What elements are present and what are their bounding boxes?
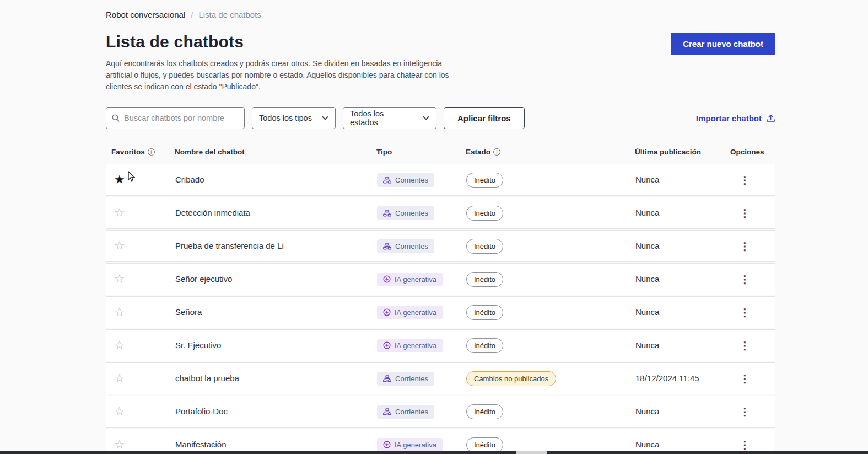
page-title: Lista de chatbots xyxy=(106,33,459,51)
row-options-kebab-button[interactable]: ⋮ xyxy=(734,271,756,288)
type-badge-label: IA generativa xyxy=(395,341,436,350)
breadcrumb-parent[interactable]: Robot conversacional xyxy=(106,10,185,19)
last-published: Nunca xyxy=(635,175,659,184)
type-badge-label: Corrientes xyxy=(395,209,428,217)
last-published-cell: Nunca xyxy=(635,340,731,350)
status-badge: Inédito xyxy=(466,305,503,320)
favorite-star-button[interactable]: ☆ xyxy=(112,206,127,220)
last-published-cell: Nunca xyxy=(635,274,731,284)
type-badge: Corrientes xyxy=(377,372,434,386)
status-badge: Inédito xyxy=(466,206,503,221)
favorite-star-button[interactable]: ☆ xyxy=(112,239,127,253)
type-badge: IA generativa xyxy=(377,306,443,319)
breadcrumb-separator: / xyxy=(191,10,193,19)
last-published-cell: Nunca xyxy=(635,241,731,251)
filters-bar: Todos los tipos Todos los estados Aplica… xyxy=(106,107,775,129)
state-filter-select[interactable]: Todos los estados xyxy=(343,107,436,129)
apply-filters-button[interactable]: Aplicar filtros xyxy=(444,107,525,129)
favorite-star-button[interactable]: ★ xyxy=(112,173,127,187)
row-options-kebab-button[interactable]: ⋮ xyxy=(734,436,756,453)
status-cell: Inédito xyxy=(466,239,635,254)
last-published: Nunca xyxy=(635,208,659,217)
search-box xyxy=(106,107,245,129)
bottom-scrollbar[interactable] xyxy=(0,451,868,454)
favorites-cell: ☆ xyxy=(106,338,175,352)
column-header-favorites-label: Favoritos xyxy=(111,148,145,156)
favorites-cell: ★ xyxy=(106,173,175,187)
type-cell: Corrientes xyxy=(377,206,466,220)
flow-icon xyxy=(383,243,391,250)
column-header-status-label: Estado xyxy=(466,148,490,156)
row-options-kebab-button[interactable]: ⋮ xyxy=(734,238,756,255)
chatbot-name: Portafolio-Doc xyxy=(175,407,228,416)
ai-generative-icon xyxy=(383,275,391,283)
options-cell: ⋮ xyxy=(731,403,775,420)
chatbot-name: Manifestación xyxy=(175,440,227,449)
last-published-cell: Nunca xyxy=(635,307,731,317)
flow-icon xyxy=(383,210,391,217)
favorite-star-button[interactable]: ☆ xyxy=(112,338,127,352)
search-input[interactable] xyxy=(106,114,244,122)
status-info-icon[interactable]: i xyxy=(493,148,500,156)
chatbot-name: chatbot la prueba xyxy=(175,373,239,383)
row-options-kebab-button[interactable]: ⋮ xyxy=(734,403,756,420)
status-badge: Inédito xyxy=(466,272,503,287)
page-header-text: Lista de chatbots Aquí encontrarás los c… xyxy=(106,33,459,93)
last-published: Nunca xyxy=(635,440,659,449)
favorite-star-button[interactable]: ☆ xyxy=(112,404,127,419)
options-cell: ⋮ xyxy=(731,370,775,387)
options-cell: ⋮ xyxy=(731,205,775,222)
bottom-scrollbar-thumb[interactable] xyxy=(516,451,547,454)
table-row: ☆ Señor ejecutivo IA generativa In xyxy=(106,263,775,295)
type-badge-label: Corrientes xyxy=(395,375,428,383)
favorites-info-icon[interactable]: i xyxy=(148,148,155,156)
row-options-kebab-button[interactable]: ⋮ xyxy=(734,205,756,222)
chatbot-name: Cribado xyxy=(175,175,204,184)
row-options-kebab-button[interactable]: ⋮ xyxy=(734,172,756,189)
favorite-star-button[interactable]: ☆ xyxy=(112,437,127,452)
favorite-star-button[interactable]: ☆ xyxy=(112,272,127,286)
page-description: Aquí encontrarás los chatbots creados y … xyxy=(106,58,459,93)
type-badge: IA generativa xyxy=(377,339,443,352)
options-cell: ⋮ xyxy=(731,172,775,189)
type-badge: Corrientes xyxy=(377,239,434,253)
name-cell: Prueba de transferencia de Li xyxy=(175,241,377,251)
type-badge: IA generativa xyxy=(377,438,443,452)
last-published-cell: 18/12/2024 11:45 xyxy=(635,373,731,383)
status-cell: Cambios no publicados xyxy=(466,371,635,386)
favorite-star-button[interactable]: ☆ xyxy=(112,305,127,319)
import-chatbot-link[interactable]: Importar chatbot xyxy=(696,114,775,123)
favorites-cell: ☆ xyxy=(106,404,175,419)
row-options-kebab-button[interactable]: ⋮ xyxy=(734,304,756,321)
table-row: ☆ Portafolio-Doc Corrientes Inédit xyxy=(106,396,775,428)
last-published-cell: Nunca xyxy=(635,208,731,218)
type-badge-label: Corrientes xyxy=(395,408,428,416)
status-badge: Inédito xyxy=(466,173,503,188)
last-published-cell: Nunca xyxy=(635,407,731,416)
ai-generative-icon xyxy=(383,441,391,448)
chevron-down-icon xyxy=(423,116,429,120)
type-badge: Corrientes xyxy=(377,206,434,220)
chatbot-name: Detección inmediata xyxy=(175,208,250,217)
options-cell: ⋮ xyxy=(731,304,775,321)
favorites-cell: ☆ xyxy=(106,239,175,253)
row-options-kebab-button[interactable]: ⋮ xyxy=(734,370,756,387)
options-cell: ⋮ xyxy=(731,271,775,288)
last-published: Nunca xyxy=(635,274,659,284)
options-cell: ⋮ xyxy=(731,436,775,453)
last-published: Nunca xyxy=(635,307,659,317)
type-cell: IA generativa xyxy=(377,273,466,286)
create-chatbot-button[interactable]: Crear nuevo chatbot xyxy=(671,33,775,55)
favorites-cell: ☆ xyxy=(106,272,175,286)
favorite-star-button[interactable]: ☆ xyxy=(112,371,127,386)
type-badge-label: Corrientes xyxy=(395,242,428,250)
favorites-cell: ☆ xyxy=(106,305,175,319)
row-options-kebab-button[interactable]: ⋮ xyxy=(734,337,756,354)
favorites-cell: ☆ xyxy=(106,206,175,220)
flow-icon xyxy=(383,177,391,184)
type-filter-select[interactable]: Todos los tipos xyxy=(252,107,336,129)
column-header-name: Nombre del chatbot xyxy=(175,148,376,156)
type-badge: Corrientes xyxy=(377,405,434,419)
name-cell: Detección inmediata xyxy=(175,208,377,218)
status-cell: Inédito xyxy=(466,272,635,287)
